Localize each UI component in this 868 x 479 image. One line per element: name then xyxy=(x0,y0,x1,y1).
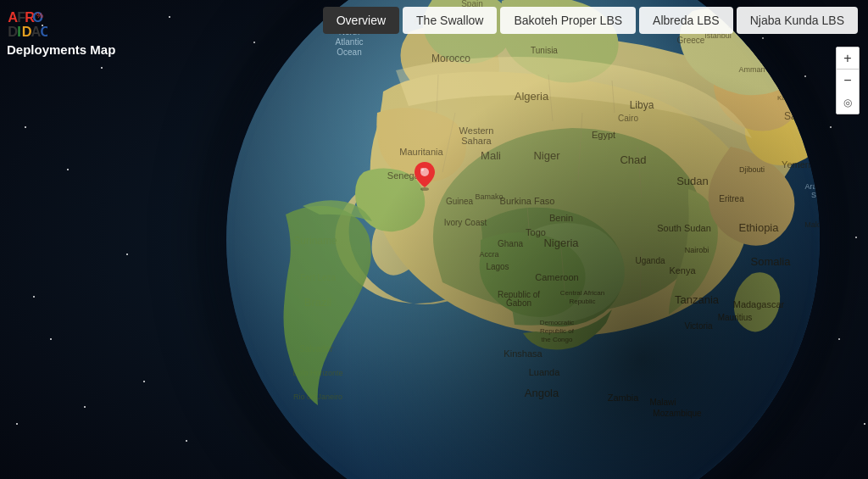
zoom-in-button[interactable]: + xyxy=(837,47,859,70)
tab-overview[interactable]: Overview xyxy=(323,7,399,34)
zoom-reset-button[interactable]: ◎ xyxy=(837,92,859,114)
globe-map: Algeria Libya Egypt Western Sahara Mauri… xyxy=(226,0,820,479)
deployments-title: Deployments Map xyxy=(7,42,115,57)
svg-text:Iraq: Iraq xyxy=(788,69,804,79)
zoom-controls: + − ◎ xyxy=(836,47,860,114)
top-navigation: Overview The Swallow Bakoteh Proper LBS … xyxy=(0,0,868,41)
tab-swallow[interactable]: The Swallow xyxy=(403,7,497,34)
svg-point-95 xyxy=(420,187,429,191)
svg-text:Syria: Syria xyxy=(760,53,779,62)
tab-albreda[interactable]: Albreda LBS xyxy=(639,7,733,34)
tab-njaba[interactable]: Njaba Kunda LBS xyxy=(737,7,858,34)
globe-container: Algeria Libya Egypt Western Sahara Mauri… xyxy=(226,0,820,479)
globe-svg: Algeria Libya Egypt Western Sahara Mauri… xyxy=(226,0,820,479)
svg-point-97 xyxy=(420,168,424,171)
svg-point-94 xyxy=(226,0,820,479)
nav-tabs: Overview The Swallow Bakoteh Proper LBS … xyxy=(323,7,858,34)
zoom-out-button[interactable]: − xyxy=(837,70,859,92)
tab-bakoteh[interactable]: Bakoteh Proper LBS xyxy=(500,7,636,34)
